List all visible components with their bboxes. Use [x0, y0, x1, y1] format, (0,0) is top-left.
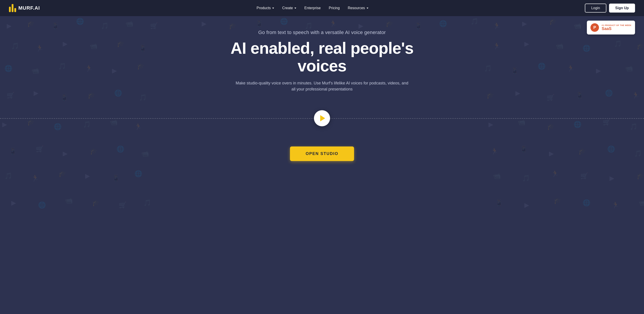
bg-icon: 🎓	[554, 198, 561, 204]
bg-icon: 🌐	[280, 18, 288, 25]
bg-icon: 📹	[556, 43, 564, 49]
bg-icon: 📱	[495, 200, 503, 206]
bg-icon: ▶	[610, 175, 614, 181]
bg-icon: ▶	[34, 90, 38, 96]
pricing-label: Pricing	[329, 6, 340, 10]
bg-icon: 🎓	[636, 173, 644, 179]
bg-icon: 🌐	[4, 65, 12, 72]
bg-icon: 🎓	[137, 63, 144, 69]
bg-icon: 🏃	[567, 65, 575, 72]
bg-icon: 📱	[256, 20, 263, 27]
bg-icon: 📱	[511, 68, 519, 74]
bg-icon: 📱	[52, 23, 60, 29]
products-chevron-icon	[272, 7, 274, 9]
product-hunt-badge[interactable]: P #1 PRODUCT OF THE WEEK SaaS	[587, 20, 635, 34]
nav-create[interactable]: Create	[279, 4, 299, 12]
logo-bar-3	[14, 8, 16, 12]
bg-icon: 🏃	[491, 148, 498, 155]
bg-icon: ▶	[524, 41, 529, 47]
play-icon	[320, 115, 325, 121]
logo-icon	[9, 4, 16, 12]
bg-icon: 🏃	[612, 202, 620, 208]
bg-icon: ▶	[524, 202, 529, 208]
hero-section: ▶ 🎓 📱 🌐 🎵 📹 🛒 ▶ 🎓 📱 🌐 🎵 🏃 ▶ 🎓 📱 🌐 🎵 🏃 ▶ …	[0, 16, 644, 314]
bg-icon: 📱	[520, 146, 528, 152]
bg-icon: 📹	[625, 65, 633, 72]
bg-icon: 🎓	[92, 200, 100, 206]
bg-icon: 🛒	[7, 92, 14, 98]
bg-icon: 📹	[493, 173, 501, 179]
bg-icon: ▶	[63, 150, 68, 157]
dotted-divider	[0, 110, 644, 126]
cta-section: OPEN STUDIO	[290, 146, 354, 161]
signup-button[interactable]: Sign Up	[609, 3, 635, 12]
nav-products[interactable]: Products	[254, 4, 277, 12]
bg-icon: 🎵	[101, 23, 109, 29]
nav-resources[interactable]: Resources	[345, 4, 371, 12]
bg-icon: 🌐	[605, 90, 613, 96]
bg-icon: 🏃	[632, 92, 640, 98]
logo-text: MURF.AI	[18, 5, 40, 11]
bg-icon: 🏃	[85, 65, 93, 72]
create-label: Create	[282, 6, 293, 10]
bg-icon: 🎓	[486, 92, 494, 98]
bg-icon: 🎓	[228, 23, 236, 29]
enterprise-label: Enterprise	[304, 6, 321, 10]
hero-content: Go from text to speech with a versatile …	[221, 29, 423, 103]
bg-icon: 📱	[9, 148, 17, 155]
bg-icon: 🌐	[116, 146, 124, 152]
bg-icon: ▶	[11, 200, 16, 206]
bg-icon: 🎵	[634, 150, 642, 157]
open-studio-button[interactable]: OPEN STUDIO	[290, 146, 354, 161]
bg-icon: ▶	[596, 68, 601, 74]
bg-icon: 🎓	[549, 18, 557, 25]
bg-icon: ▶	[63, 41, 68, 47]
bg-icon: 🛒	[547, 94, 554, 101]
bg-icon: 📹	[65, 198, 73, 204]
bg-icon: 🎵	[305, 23, 312, 29]
product-hunt-text: #1 PRODUCT OF THE WEEK SaaS	[602, 24, 632, 31]
bg-icon: 🎵	[58, 63, 66, 69]
bg-icon: 🎓	[88, 92, 95, 98]
nav-pricing[interactable]: Pricing	[326, 4, 343, 12]
bg-icon: 🎓	[636, 43, 644, 49]
bg-icon: 📱	[576, 92, 584, 98]
bg-icon: 🎓	[58, 171, 66, 177]
bg-icon: 🏃	[493, 23, 501, 29]
bg-icon: 📹	[90, 43, 98, 49]
bg-icon: 🌐	[439, 20, 447, 27]
bg-icon: 🎵	[4, 173, 12, 179]
bg-icon: 🎵	[614, 41, 622, 47]
bg-icon: 📹	[126, 20, 133, 27]
bg-icon: 🌐	[607, 146, 615, 152]
create-chevron-icon	[294, 7, 296, 9]
bg-icon: 🌐	[582, 45, 590, 51]
bg-icon: 🏃	[31, 175, 39, 181]
logo-bar-1	[9, 7, 11, 12]
bg-icon: ▶	[112, 68, 117, 74]
resources-label: Resources	[348, 6, 365, 10]
bg-icon: ▶	[522, 20, 527, 27]
bg-icon: ▶	[202, 20, 206, 27]
bg-icon: 📹	[31, 68, 39, 74]
nav-enterprise[interactable]: Enterprise	[301, 4, 324, 12]
bg-icon: 🎵	[470, 18, 478, 25]
bg-icon: 📱	[414, 23, 422, 29]
bg-icon: 🌐	[76, 18, 84, 25]
nav-buttons: Login Sign Up	[585, 3, 635, 12]
bg-icon: 🌐	[582, 200, 590, 206]
bg-icon: 📹	[141, 150, 149, 157]
resources-chevron-icon	[366, 7, 368, 9]
navbar: MURF.AI Products Create Enterprise Prici…	[0, 0, 644, 16]
login-button[interactable]: Login	[585, 3, 606, 12]
logo[interactable]: MURF.AI	[9, 4, 40, 12]
play-button[interactable]	[314, 110, 330, 126]
bg-icon: ▶	[516, 90, 520, 96]
product-hunt-label: #1 PRODUCT OF THE WEEK	[602, 24, 632, 26]
products-label: Products	[256, 6, 271, 10]
bg-icon: 🏃	[36, 45, 44, 51]
bg-icon: 🛒	[150, 23, 158, 29]
bg-icon: 📹	[638, 200, 644, 206]
bg-icon: 🏃	[330, 20, 337, 27]
bg-icon: 🎵	[522, 175, 530, 181]
